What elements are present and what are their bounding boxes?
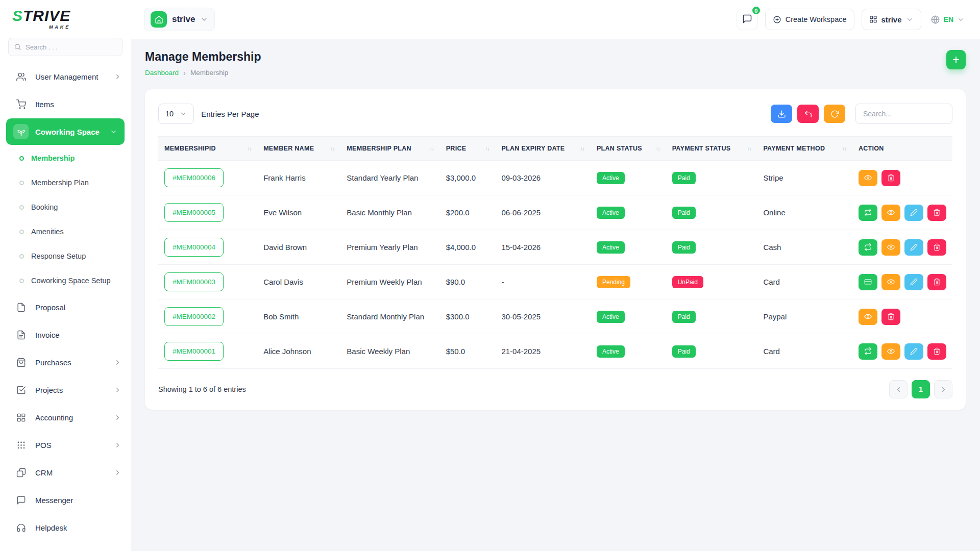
membership-id-badge[interactable]: #MEM000001 [164,342,224,361]
sidebar-item-crm[interactable]: CRM [0,459,131,486]
renew-button[interactable] [859,205,877,221]
add-membership-button[interactable] [946,50,966,69]
edit-button[interactable] [904,274,923,290]
sidebar-item-user-management[interactable]: User Management [0,63,131,90]
price-cell: $4,000.0 [440,230,496,265]
entries-summary: Showing 1 to 6 of 6 entries [158,385,246,393]
table-row: #MEM000004David BrownPremium Yearly Plan… [158,230,952,265]
sidebar-item-invoice[interactable]: Invoice [0,321,131,348]
column-header-member-name[interactable]: MEMBER NAME↑↓ [257,137,340,161]
sidebar-item-helpdesk[interactable]: Helpdesk [0,514,131,541]
view-button[interactable] [881,239,900,256]
membership-id-badge[interactable]: #MEM000005 [164,203,224,222]
renew-button[interactable] [859,239,877,256]
sidebar-item-coworking-space[interactable]: Coworking Space [6,118,125,145]
sidebar-subitem-response-setup[interactable]: Response Setup [0,244,131,268]
main-area: strive 0 Create Workspace [131,0,980,551]
membership-id-badge[interactable]: #MEM000006 [164,168,224,187]
table-row: #MEM000001Alice JohnsonBasic Weekly Plan… [158,334,952,369]
create-workspace-button[interactable]: Create Workspace [765,9,854,30]
copy-icon [13,465,29,480]
sidebar-subitem-membership-plan[interactable]: Membership Plan [0,170,131,195]
edit-button[interactable] [904,239,923,256]
payment-method-cell: Paypal [757,299,852,334]
sidebar-item-proposal[interactable]: Proposal [0,294,131,320]
app-logo[interactable]: STRIVE MAKE [0,0,131,34]
sidebar-item-label: Coworking Space [35,128,103,136]
entries-per-page-select[interactable]: 10 [158,104,194,124]
language-select[interactable]: EN [928,15,967,24]
trash-icon [933,347,941,355]
renew-button[interactable] [859,343,877,360]
table-body: #MEM000006Frank HarrisStandard Yearly Pl… [158,161,952,369]
headphones-icon [13,520,29,535]
view-button[interactable] [859,309,877,325]
table-search-input[interactable] [855,104,952,124]
column-header-payment-status[interactable]: PAYMENT STATUS↑↓ [666,137,757,161]
sidebar-item-items[interactable]: Items [0,91,131,117]
column-header-price[interactable]: PRICE↑↓ [440,137,496,161]
column-header-action: ACTION [852,137,952,161]
sidebar-subitem-label: Booking [31,203,58,211]
price-cell: $50.0 [440,334,496,369]
membership-plan-cell: Basic Monthly Plan [340,195,439,230]
workspace-name: strive [172,14,195,24]
sidebar-item-messenger[interactable]: Messenger [0,487,131,513]
payment-status-badge: Paid [672,311,696,323]
pencil-icon [910,347,918,355]
payment-status-badge: UnPaid [672,276,703,288]
delete-button[interactable] [881,309,900,325]
workspace-switcher[interactable]: strive [144,8,215,31]
delete-button[interactable] [927,205,946,221]
sidebar-item-pos[interactable]: POS [0,432,131,458]
pay-button[interactable] [859,274,877,290]
column-header-membership-plan[interactable]: MEMBERSHIP PLAN↑↓ [340,137,439,161]
column-header-payment-method[interactable]: PAYMENT METHOD↑↓ [757,137,852,161]
sidebar-search-input[interactable] [8,38,122,56]
view-button[interactable] [881,274,900,290]
column-header-plan-status[interactable]: PLAN STATUS↑↓ [591,137,666,161]
view-button[interactable] [859,170,877,186]
view-button[interactable] [881,205,900,221]
delete-button[interactable] [927,274,946,290]
delete-button[interactable] [927,343,946,360]
edit-button[interactable] [904,205,923,221]
export-button[interactable] [771,105,792,123]
sort-icon: ↑↓ [580,146,584,152]
column-header-membershipid[interactable]: MEMBERSHIPID↑↓ [158,137,257,161]
sidebar-subitem-booking[interactable]: Booking [0,195,131,219]
table-row: #MEM000006Frank HarrisStandard Yearly Pl… [158,161,952,195]
membership-id-badge[interactable]: #MEM000004 [164,238,224,257]
pagination-prev-button[interactable] [889,380,908,398]
column-header-plan-expiry-date[interactable]: PLAN EXPIRY DATE↑↓ [495,137,591,161]
payment-method-cell: Card [757,265,852,299]
grid-icon [13,410,29,425]
sidebar-subitem-label: Response Setup [31,252,86,260]
sidebar-item-projects[interactable]: Projects [0,377,131,403]
edit-button[interactable] [904,343,923,360]
chat-button[interactable]: 0 [737,9,758,30]
chevron-right-icon [114,414,121,421]
sidebar-item-purchases[interactable]: Purchases [0,349,131,375]
view-button[interactable] [881,343,900,360]
workspace-select[interactable]: strive [862,9,921,30]
row-actions [859,170,946,186]
breadcrumb-dashboard-link[interactable]: Dashboard [145,69,179,77]
membership-id-badge[interactable]: #MEM000002 [164,307,224,326]
sidebar-item-accounting[interactable]: Accounting [0,404,131,431]
page-title: Manage Membership [145,50,261,64]
dots-icon [13,437,29,453]
undo-button[interactable] [797,105,819,123]
chevron-down-icon [957,16,965,23]
sidebar-subitem-amenities[interactable]: Amenities [0,219,131,244]
pagination-next-button[interactable] [934,380,952,398]
sidebar-subitem-coworking-space-setup[interactable]: Coworking Space Setup [0,268,131,293]
membership-id-badge[interactable]: #MEM000003 [164,272,224,291]
delete-button[interactable] [881,170,900,186]
refresh-button[interactable] [824,105,845,123]
plan-expiry-cell: 15-04-2026 [495,230,591,265]
delete-button[interactable] [927,239,946,256]
sidebar-subitem-membership[interactable]: Membership [0,146,131,170]
sidebar-item-label: Accounting [35,413,107,422]
pagination-page-1[interactable]: 1 [912,380,930,398]
